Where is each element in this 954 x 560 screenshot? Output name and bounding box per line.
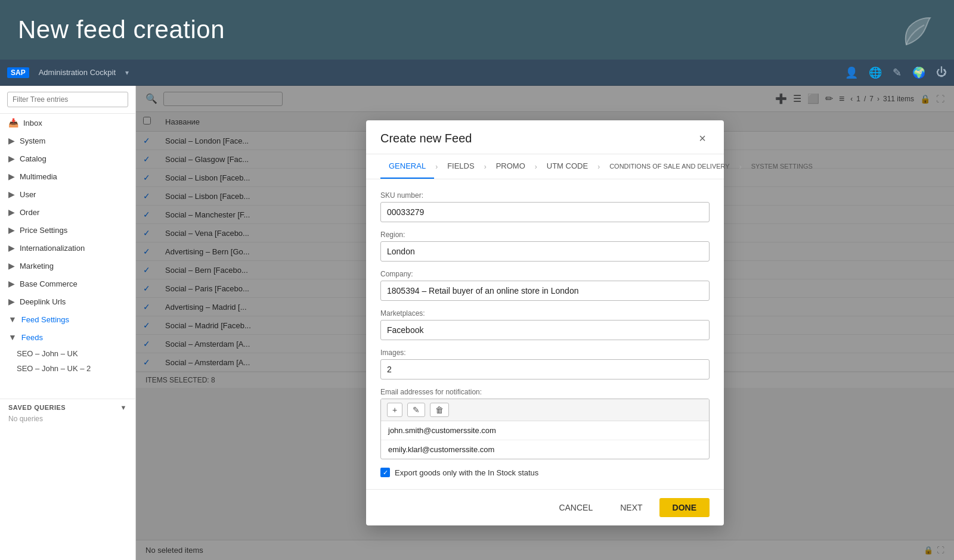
content-area: 🔍 ➕ ☰ ⬜ ✏ ≡ ‹ 1 / 7 › 311 items 🔒 ⛶ — [136, 86, 954, 560]
sidebar-item-inbox[interactable]: 📥 Inbox — [0, 114, 135, 132]
sidebar-item-deeplink[interactable]: ▶ Deeplink Urls — [0, 293, 135, 310]
globe-icon[interactable]: 🌐 — [869, 66, 882, 79]
images-field: Images: — [380, 349, 710, 379]
tab-utm[interactable]: UTM CODE — [538, 154, 596, 179]
images-label: Images: — [380, 349, 710, 357]
user-sidebar-icon: ▶ — [8, 189, 15, 199]
images-input[interactable] — [380, 359, 710, 379]
no-queries-text: No queries — [8, 411, 127, 427]
multimedia-icon: ▶ — [8, 172, 15, 181]
sidebar-item-feeds[interactable]: ▼ Feeds — [0, 328, 135, 346]
sidebar: 📥 Inbox ▶ System ▶ Catalog ▶ Multimedia … — [0, 86, 136, 560]
dialog-body: SKU number: Region: Company: Marketplace… — [366, 179, 724, 489]
filter-icon[interactable]: ▼ — [120, 404, 127, 411]
sidebar-item-label: Feed Settings — [21, 315, 69, 324]
sidebar-item-price[interactable]: ▶ Price Settings — [0, 221, 135, 239]
user-icon[interactable]: 👤 — [845, 66, 858, 79]
tab-promo[interactable]: PROMO — [488, 154, 534, 179]
world-icon[interactable]: 🌍 — [912, 66, 925, 79]
export-checkbox-row: ✓ Export goods only with the In Stock st… — [380, 468, 710, 477]
page-title: New feed creation — [18, 15, 225, 44]
tab-conditions[interactable]: CONDITIONS OF SALE AND DELIVERY — [601, 155, 738, 178]
checkmark-icon: ✓ — [383, 469, 388, 477]
email-field: Email addresses for notification: + ✎ 🗑 … — [380, 388, 710, 459]
export-checkbox[interactable]: ✓ — [380, 468, 390, 477]
tab-arrow-3: › — [534, 163, 538, 171]
sidebar-item-label: Catalog — [20, 154, 47, 163]
region-input[interactable] — [380, 241, 710, 262]
cancel-button[interactable]: CANCEL — [548, 498, 603, 517]
sap-header: SAP Administration Cockpit ▾ 👤 🌐 ✎ 🌍 ⏻ — [0, 60, 954, 86]
filter-tree-input[interactable] — [7, 92, 128, 107]
done-button[interactable]: DONE — [659, 498, 710, 517]
tab-arrow-5: › — [738, 163, 743, 171]
close-button[interactable]: × — [695, 131, 710, 145]
sidebar-item-feed-settings[interactable]: ▼ Feed Settings — [0, 310, 135, 328]
sidebar-item-user[interactable]: ▶ User — [0, 185, 135, 203]
tab-general[interactable]: GENERAL — [380, 154, 434, 179]
sidebar-item-label: Multimedia — [20, 172, 57, 181]
sku-label: SKU number: — [380, 191, 710, 200]
main-layout: 📥 Inbox ▶ System ▶ Catalog ▶ Multimedia … — [0, 86, 954, 560]
leaf-logo — [900, 12, 936, 48]
marketplaces-input[interactable] — [380, 320, 710, 340]
sidebar-item-intl[interactable]: ▶ Internationalization — [0, 239, 135, 257]
tab-arrow-1: › — [434, 163, 439, 171]
dialog-tabs: GENERAL › FIELDS › PROMO › UTM CODE › CO… — [366, 154, 724, 179]
sidebar-item-commerce[interactable]: ▶ Base Commerce — [0, 275, 135, 293]
create-feed-dialog: Create new Feed × GENERAL › FIELDS › PRO… — [366, 120, 724, 525]
sidebar-item-label: Deeplink Urls — [20, 297, 66, 306]
region-field: Region: — [380, 231, 710, 262]
dialog-overlay: Create new Feed × GENERAL › FIELDS › PRO… — [136, 86, 954, 560]
top-bar: New feed creation — [0, 0, 954, 60]
email-delete-button[interactable]: 🗑 — [430, 403, 449, 417]
admin-cockpit-nav[interactable]: Administration Cockpit — [39, 68, 116, 77]
tab-arrow-4: › — [596, 163, 601, 171]
saved-queries-header: SAVED QUERIES ▼ — [8, 404, 127, 411]
header-icons: 👤 🌐 ✎ 🌍 ⏻ — [845, 66, 947, 79]
sku-input[interactable] — [380, 202, 710, 222]
sidebar-item-label: User — [20, 190, 36, 199]
sidebar-item-label: Base Commerce — [20, 279, 78, 288]
email-edit-button[interactable]: ✎ — [407, 403, 425, 417]
edit-icon[interactable]: ✎ — [893, 66, 902, 79]
price-icon: ▶ — [8, 225, 15, 235]
sidebar-item-label: Internationalization — [20, 244, 85, 253]
dialog-footer: CANCEL NEXT DONE — [366, 489, 724, 525]
nav-chevron[interactable]: ▾ — [125, 69, 129, 77]
tab-arrow-2: › — [483, 163, 488, 171]
sidebar-filter-container — [0, 86, 135, 114]
sidebar-item-marketing[interactable]: ▶ Marketing — [0, 257, 135, 275]
saved-queries-section: SAVED QUERIES ▼ No queries — [0, 399, 135, 431]
sidebar-item-label: Price Settings — [20, 226, 67, 235]
email-item-2[interactable]: emily.klarl@customerssite.com — [381, 440, 709, 459]
catalog-icon: ▶ — [8, 154, 15, 163]
marketplaces-label: Marketplaces: — [380, 309, 710, 318]
inbox-icon: 📥 — [8, 118, 18, 127]
email-item-1[interactable]: john.smith@customerssite.com — [381, 421, 709, 440]
sidebar-item-label: System — [20, 136, 45, 145]
system-icon: ▶ — [8, 136, 15, 145]
intl-icon: ▶ — [8, 243, 15, 253]
sidebar-item-label: Order — [20, 208, 39, 217]
tab-fields[interactable]: FIELDS — [439, 154, 483, 179]
region-label: Region: — [380, 231, 710, 239]
sidebar-item-label: Inbox — [23, 119, 42, 127]
sidebar-item-multimedia[interactable]: ▶ Multimedia — [0, 167, 135, 185]
sidebar-item-label: Feeds — [21, 333, 43, 342]
marketplaces-field: Marketplaces: — [380, 309, 710, 340]
sidebar-item-system[interactable]: ▶ System — [0, 132, 135, 150]
email-list-toolbar: + ✎ 🗑 — [381, 399, 709, 421]
sidebar-item-order[interactable]: ▶ Order — [0, 203, 135, 221]
company-input[interactable] — [380, 281, 710, 301]
sidebar-sub-label: SEO – John – UK — [17, 349, 78, 358]
sidebar-sub-item-seo-uk[interactable]: SEO – John – UK — [0, 346, 135, 361]
sidebar-item-catalog[interactable]: ▶ Catalog — [0, 150, 135, 167]
next-button[interactable]: NEXT — [609, 498, 653, 517]
dialog-header: Create new Feed × — [366, 120, 724, 154]
saved-queries-label: SAVED QUERIES — [8, 404, 66, 411]
sidebar-sub-item-seo-uk2[interactable]: SEO – John – UK – 2 — [0, 361, 135, 376]
tab-system[interactable]: SYSTEM SETTINGS — [743, 155, 821, 178]
email-add-button[interactable]: + — [387, 403, 402, 417]
power-icon[interactable]: ⏻ — [936, 66, 947, 79]
